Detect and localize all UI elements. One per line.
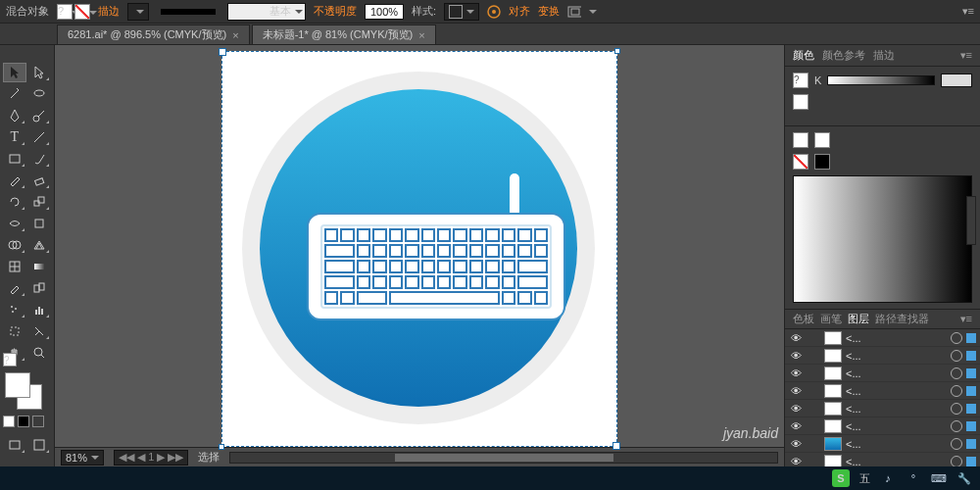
main-area: T ? [0,45,980,466]
stroke-swatch-mini[interactable] [793,94,808,110]
app-root: 混合对象 ? 描边 基本 不透明度 100% 样式: 对齐 变换 ▾≡ 6281… [0,0,980,490]
color-panel: ? K [785,67,980,126]
collapsed-panel-dock[interactable] [966,196,976,245]
right-panels: 颜色 颜色参考 描边 ▾≡ ? K [784,45,980,466]
fill-color[interactable] [5,372,30,398]
